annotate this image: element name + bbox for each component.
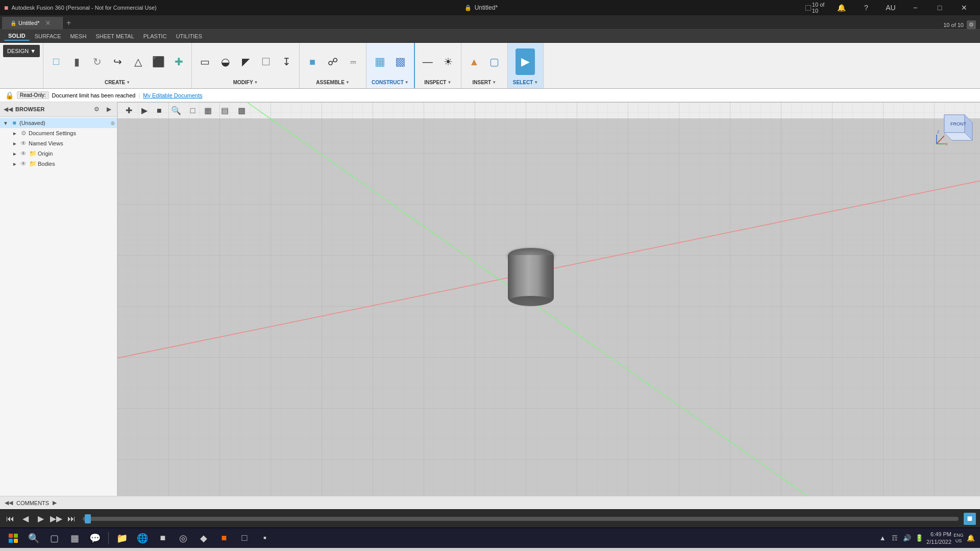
nav-cube[interactable]: FRONT X Z (934, 107, 975, 148)
browser-settings-icon[interactable]: ⚙ (91, 104, 102, 114)
sweep-btn[interactable]: ↪ (108, 48, 127, 75)
browser-collapse-btn[interactable]: ◀◀ (3, 104, 13, 114)
press-pull-btn[interactable]: ▭ (195, 48, 214, 75)
inspect-section-header[interactable]: INSPECT ▼ (422, 79, 453, 86)
settings-icon[interactable]: ⚙ (967, 20, 976, 29)
viewport[interactable]: FRONT X Z ✚ ▶ ■ 🔍 □ ▦ ▤ ▩ (117, 102, 980, 496)
rib-icon: ⬛ (152, 57, 165, 67)
construct-section-header[interactable]: CONSTRUCT ▼ (370, 79, 411, 86)
tree-item-document-settings[interactable]: ► ⚙ Document Settings (0, 128, 117, 138)
assemble-section-header[interactable]: ASSEMBLE ▼ (314, 79, 351, 86)
timeline-end-btn[interactable]: ⏭ (65, 513, 78, 525)
move-btn[interactable]: ✚ (169, 48, 188, 75)
chamfer-btn[interactable]: ◤ (236, 48, 255, 75)
taskbar-app3-btn[interactable]: ◆ (194, 529, 213, 547)
ribbon-insert-section: ▲ ▢ INSERT ▼ (461, 43, 508, 88)
taskbar-app5-btn[interactable]: □ (235, 529, 254, 547)
app-logo-icon[interactable]: ■ (4, 4, 8, 12)
taskbar-taskview-btn[interactable]: ▢ (45, 529, 63, 547)
revolve-btn[interactable]: ↻ (87, 48, 107, 75)
workspace-mesh[interactable]: MESH (66, 32, 91, 40)
fillet-btn[interactable]: ◒ (215, 48, 235, 75)
browser-expand-btn[interactable]: ▶ (104, 104, 114, 114)
insert-section-header[interactable]: INSERT ▼ (470, 79, 498, 86)
taskbar-app4-btn[interactable]: ■ (215, 529, 233, 547)
joint-btn[interactable]: ☍ (323, 48, 342, 75)
scale-btn[interactable]: ↧ (277, 48, 296, 75)
rib-btn[interactable]: ⬛ (149, 48, 168, 75)
select-label: SELECT (513, 80, 533, 85)
account-btn[interactable]: AU (879, 0, 902, 15)
svg-text:FRONT: FRONT (950, 121, 966, 127)
cylinder-3d (508, 248, 554, 309)
maximize-btn[interactable]: □ (928, 0, 951, 15)
help-btn[interactable]: ? (854, 0, 878, 15)
select-section-header[interactable]: SELECT ▼ (511, 79, 540, 86)
extrude-btn[interactable]: ▮ (67, 48, 86, 75)
tab-close-btn[interactable]: ✕ (42, 17, 54, 29)
taskbar-explorer-btn[interactable]: 📁 (113, 529, 131, 547)
tree-item-origin[interactable]: ► 👁 📁 Origin (0, 148, 117, 159)
tray-network-icon[interactable]: ☶ (890, 533, 900, 543)
offset-plane-btn[interactable]: ▦ (370, 48, 389, 75)
taskbar-edge-btn[interactable]: 🌐 (133, 529, 152, 547)
timeline-settings-icon[interactable]: ■ (964, 513, 976, 525)
taskbar-app6-btn[interactable]: ▪ (256, 529, 274, 547)
taskbar-app1-btn[interactable]: ■ (154, 529, 172, 547)
tab-title[interactable]: Untitled* (475, 4, 498, 11)
workspace-plastic[interactable]: PLASTIC (139, 32, 171, 40)
timeline-play-btn[interactable]: ▶ (35, 513, 47, 525)
timeline-track[interactable] (83, 517, 959, 521)
assemble-component-icon: ■ (309, 57, 315, 67)
tray-battery-icon[interactable]: 🔋 (914, 533, 924, 543)
modify-section-header[interactable]: MODIFY ▼ (231, 79, 260, 86)
inspect-arrow-icon: ▼ (447, 80, 451, 85)
editable-docs-link[interactable]: My Editable Documents (143, 92, 202, 98)
workspace-utilities[interactable]: UTILITIES (172, 32, 206, 40)
tray-chevron-icon[interactable]: ▲ (877, 533, 888, 543)
workspace-tab[interactable]: 🔒 Untitled* ✕ (2, 17, 63, 29)
as-built-joint-btn[interactable]: ⎓ (344, 48, 363, 75)
workspace-solid[interactable]: SOLID (4, 32, 30, 41)
tray-speaker-icon[interactable]: 🔊 (902, 533, 912, 543)
select-btn[interactable]: ▶ (516, 48, 535, 75)
timeline-next-btn[interactable]: ▶▶ (50, 513, 62, 525)
new-component-btn[interactable]: □ (46, 48, 66, 75)
taskbar-app2-btn[interactable]: ◎ (174, 529, 192, 547)
measure-btn[interactable]: ― (418, 48, 437, 75)
minimize-btn[interactable]: − (903, 0, 927, 15)
tree-item-unsaved[interactable]: ▼ ■ (Unsaved) ◍ (0, 118, 117, 128)
tray-locale-icon[interactable]: ENGUS (953, 533, 964, 543)
assemble-component-btn[interactable]: ■ (303, 48, 322, 75)
tree-icon-document-settings: ⚙ (19, 129, 28, 137)
clock-display[interactable]: 6:49 PM 2/11/2022 (926, 531, 951, 545)
notification-btn[interactable]: 🔔 (830, 0, 853, 15)
construct-label: CONSTRUCT (372, 80, 404, 85)
add-tab-btn[interactable]: + (63, 17, 75, 29)
insert-svg-btn[interactable]: ▢ (485, 48, 504, 75)
tray-notification-icon[interactable]: 🔔 (966, 533, 976, 543)
design-dropdown-btn[interactable]: DESIGN ▼ (3, 45, 40, 57)
close-btn[interactable]: ✕ (952, 0, 976, 15)
plane-at-angle-btn[interactable]: ▩ (390, 48, 410, 75)
loft-btn[interactable]: △ (128, 48, 148, 75)
taskbar-search-btn[interactable]: 🔍 (24, 529, 43, 547)
insert-derive-btn[interactable]: ▲ (464, 48, 484, 75)
tree-arrow-unsaved: ▼ (2, 119, 9, 127)
tree-item-named-views[interactable]: ► 👁 Named Views (0, 138, 117, 148)
tree-item-bodies[interactable]: ► 👁 📁 Bodies (0, 159, 117, 169)
start-button[interactable] (4, 529, 22, 547)
taskbar-chat-btn[interactable]: 💬 (86, 529, 104, 547)
timeline-thumb[interactable] (85, 514, 91, 523)
create-section-header[interactable]: CREATE ▼ (103, 79, 132, 86)
comments-collapse-btn[interactable]: ◀◀ (3, 499, 14, 507)
taskbar-widgets-btn[interactable]: ▦ (65, 529, 84, 547)
workspace-sheet-metal[interactable]: SHEET METAL (91, 32, 138, 40)
lock-icon: 🔒 (5, 91, 14, 99)
comments-expand-btn[interactable]: ▶ (51, 499, 58, 507)
inspect-photo-btn[interactable]: ☀ (438, 48, 458, 75)
shell-btn[interactable]: ☐ (256, 48, 276, 75)
workspace-surface[interactable]: SURFACE (31, 32, 65, 40)
timeline-start-btn[interactable]: ⏮ (4, 513, 16, 525)
timeline-prev-btn[interactable]: ◀ (19, 513, 32, 525)
